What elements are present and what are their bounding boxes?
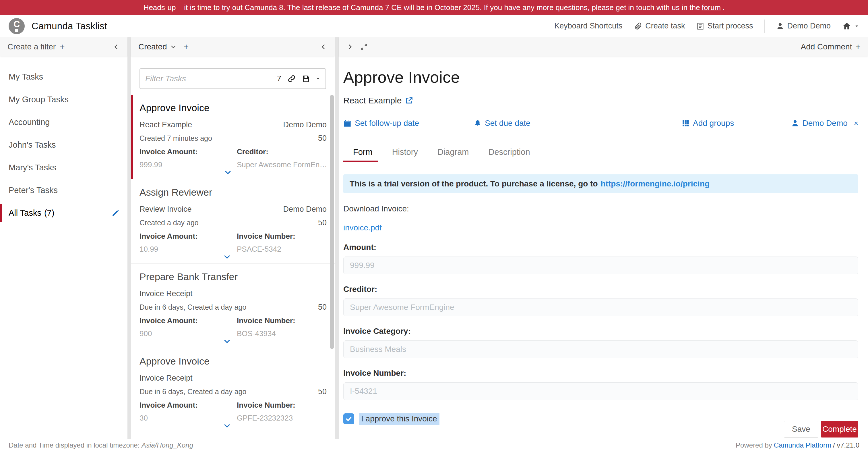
creditor-field[interactable] xyxy=(343,299,858,316)
task-process: Invoice Receipt xyxy=(140,374,193,383)
save-filter-icon[interactable] xyxy=(301,74,311,83)
task-priority: 50 xyxy=(318,387,327,396)
amount-field[interactable] xyxy=(343,256,858,274)
person-icon xyxy=(791,119,799,127)
announcement-suffix: . xyxy=(722,3,724,12)
sidebar-item-marys-tasks[interactable]: Mary's Tasks xyxy=(0,156,127,179)
add-comment-plus-icon[interactable]: + xyxy=(856,42,861,52)
task-var-label: Invoice Number: xyxy=(237,232,327,241)
sidebar-item-my-tasks[interactable]: My Tasks xyxy=(0,65,127,88)
sidebar-item-all-tasks[interactable]: All Tasks (7) xyxy=(0,202,127,224)
field-group-creditor: Creditor: xyxy=(343,285,858,316)
forum-link[interactable]: forum xyxy=(702,3,721,12)
powered-by: Powered by Camunda Platform / v7.21.0 xyxy=(736,441,859,449)
set-followup-date-link[interactable]: Set follow-up date xyxy=(343,119,419,128)
tab-diagram[interactable]: Diagram xyxy=(428,143,479,162)
announcement-banner: Heads-up – it is time to try out Camunda… xyxy=(0,0,868,15)
add-sort-button[interactable]: + xyxy=(184,42,189,52)
create-task-button[interactable]: Create task xyxy=(634,22,685,30)
set-followup-label: Set follow-up date xyxy=(355,119,419,128)
add-comment-button[interactable]: Add Comment xyxy=(801,42,852,51)
filter-tasks-input[interactable] xyxy=(145,74,277,83)
task-card-prepare-bank-transfer[interactable]: Prepare Bank Transfer Invoice Receipt Du… xyxy=(131,263,335,348)
copy-link-icon[interactable] xyxy=(287,74,296,83)
camunda-logo[interactable]: C xyxy=(9,18,25,34)
sidebar-item-accounting[interactable]: Accounting xyxy=(0,111,127,134)
camunda-tasklist-screen: Heads-up – it is time to try out Camunda… xyxy=(0,0,868,451)
tab-description[interactable]: Description xyxy=(479,143,540,162)
fullscreen-icon[interactable] xyxy=(360,43,368,51)
task-var-value: BOS-43934 xyxy=(237,329,327,338)
task-created: Created a day ago xyxy=(140,219,198,227)
task-match-count: 7 xyxy=(277,74,281,83)
process-name: React Example xyxy=(343,96,402,106)
invoice-number-field[interactable] xyxy=(343,382,858,400)
approve-checkbox[interactable] xyxy=(343,413,354,424)
sidebar-item-my-group-tasks[interactable]: My Group Tasks xyxy=(0,88,127,111)
trial-text: This is a trial version of the product. … xyxy=(350,179,598,189)
save-button[interactable]: Save xyxy=(784,421,818,438)
sidebar-item-johns-tasks[interactable]: John's Tasks xyxy=(0,134,127,156)
invoice-category-field[interactable] xyxy=(343,340,858,358)
trial-pricing-link[interactable]: https://formengine.io/pricing xyxy=(601,179,710,189)
save-options-caret-icon[interactable] xyxy=(316,77,320,81)
start-process-button[interactable]: Start process xyxy=(696,22,753,30)
approve-checkbox-label[interactable]: I approve this Invoice xyxy=(359,413,439,425)
assignee-name: Demo Demo xyxy=(803,119,848,128)
expand-task-chevron-icon[interactable] xyxy=(223,421,231,430)
expand-task-chevron-icon[interactable] xyxy=(223,253,231,261)
header-divider xyxy=(764,20,765,33)
timezone-value: Asia/Hong_Kong xyxy=(142,441,193,449)
assignee-chip[interactable]: Demo Demo × xyxy=(791,119,858,128)
task-process: Review Invoice xyxy=(140,205,192,214)
expand-task-chevron-icon[interactable] xyxy=(223,337,231,345)
collapse-sidebar-icon[interactable] xyxy=(113,43,120,51)
person-icon xyxy=(776,22,784,30)
task-var-label: Invoice Amount: xyxy=(140,316,237,325)
task-card-assign-reviewer[interactable]: Assign Reviewer Review Invoice Demo Demo… xyxy=(131,179,335,263)
set-due-date-link[interactable]: Set due date xyxy=(474,119,530,128)
task-priority: 50 xyxy=(318,218,327,227)
task-var-label: Invoice Amount: xyxy=(140,232,237,241)
add-groups-link[interactable]: Add groups xyxy=(682,119,734,128)
task-var-value: PSACE-5342 xyxy=(237,245,327,254)
invoice-pdf-link[interactable]: invoice.pdf xyxy=(343,223,382,232)
sort-label: Created xyxy=(138,42,167,51)
create-filter-button[interactable]: Create a filter + xyxy=(7,42,65,52)
task-list-panel: Created + 7 xyxy=(131,37,335,439)
tab-history[interactable]: History xyxy=(382,143,428,162)
expand-list-chevron-icon[interactable] xyxy=(346,43,353,51)
app-title: Camunda Tasklist xyxy=(32,21,107,32)
task-card-approve-invoice[interactable]: Approve Invoice React Example Demo Demo … xyxy=(131,95,335,179)
complete-button[interactable]: Complete xyxy=(821,421,858,438)
timezone-prefix: Date and Time displayed in local timezon… xyxy=(9,441,140,449)
task-priority: 50 xyxy=(318,303,327,312)
bell-icon xyxy=(474,119,482,127)
remove-assignee-button[interactable]: × xyxy=(854,119,858,128)
keyboard-shortcuts-link[interactable]: Keyboard Shortcuts xyxy=(554,22,622,30)
field-group-amount: Amount: xyxy=(343,243,858,274)
task-list-scrollbar[interactable] xyxy=(330,95,334,349)
sort-by-created-dropdown[interactable]: Created + xyxy=(138,42,189,52)
task-title: Assign Reviewer xyxy=(140,187,327,198)
collapse-list-icon[interactable] xyxy=(320,43,327,51)
expand-task-chevron-icon[interactable] xyxy=(224,168,232,177)
sidebar-item-peters-tasks[interactable]: Peter's Tasks xyxy=(0,179,127,202)
tab-form[interactable]: Form xyxy=(343,143,382,162)
groups-grid-icon xyxy=(682,119,689,127)
user-menu[interactable]: Demo Demo xyxy=(776,22,831,30)
external-link-icon[interactable] xyxy=(405,96,413,105)
task-priority: 50 xyxy=(318,134,327,143)
caret-down-icon xyxy=(854,24,859,29)
amount-label: Amount: xyxy=(343,243,858,252)
task-card-approve-invoice-2[interactable]: Approve Invoice Invoice Receipt Due in 6… xyxy=(131,348,335,432)
home-menu[interactable] xyxy=(842,22,859,31)
camunda-platform-link[interactable]: Camunda Platform xyxy=(774,441,831,449)
filter-label: My Group Tasks xyxy=(9,95,69,104)
process-definition-row: React Example xyxy=(343,96,858,106)
task-assignee: Demo Demo xyxy=(283,205,327,214)
approve-checkbox-row: I approve this Invoice xyxy=(343,413,858,425)
edit-filter-pencil-icon[interactable] xyxy=(112,209,119,217)
chevron-down-icon xyxy=(170,44,177,50)
task-var-value: 10.99 xyxy=(140,245,237,254)
